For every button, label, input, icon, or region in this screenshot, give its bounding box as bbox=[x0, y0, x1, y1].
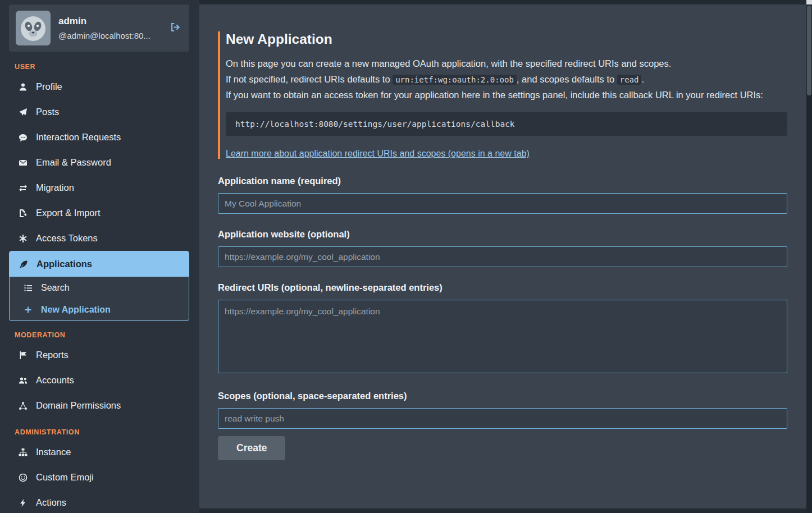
learn-more-link[interactable]: Learn more about application redirect UR… bbox=[226, 149, 530, 158]
application-name-label: Application name (required) bbox=[218, 176, 787, 186]
sidebar-item-label: Migration bbox=[36, 182, 74, 193]
intro-line-2: If not specified, redirect URIs defaults… bbox=[226, 72, 787, 86]
users-icon bbox=[18, 376, 28, 385]
sidebar-item-actions[interactable]: Actions bbox=[9, 490, 189, 513]
sidebar-item-export-import[interactable]: Export & Import bbox=[9, 200, 189, 226]
user-name: admin bbox=[58, 16, 150, 27]
sidebar-item-accounts[interactable]: Accounts bbox=[9, 368, 189, 393]
scrollbar-thumb[interactable] bbox=[807, 6, 811, 95]
applications-submenu: Search New Application bbox=[10, 277, 189, 320]
scrollbar[interactable] bbox=[806, 0, 812, 513]
scopes-group: Scopes (optional, space-separated entrie… bbox=[218, 391, 787, 429]
comment-icon bbox=[18, 133, 28, 142]
flag-icon bbox=[18, 351, 28, 360]
sitemap-icon bbox=[18, 448, 28, 457]
smiley-icon bbox=[18, 473, 28, 482]
scrollbar-corner bbox=[806, 0, 812, 4]
intro-line-2-mid: , and scopes defaults to bbox=[517, 74, 617, 84]
list-icon bbox=[23, 283, 33, 292]
intro-line-2-post: . bbox=[641, 74, 644, 84]
create-button[interactable]: Create bbox=[218, 436, 285, 460]
callback-url-block: http://localhost:8080/settings/user/appl… bbox=[226, 112, 787, 136]
sidebar-item-label: Actions bbox=[36, 497, 66, 508]
sidebar-item-label: Instance bbox=[36, 447, 71, 457]
user-handle: @admin@localhost:80... bbox=[58, 31, 150, 40]
application-website-input[interactable] bbox=[218, 246, 787, 267]
scopes-label: Scopes (optional, space-separated entrie… bbox=[218, 391, 787, 401]
sidebar-item-applications[interactable]: Applications bbox=[10, 251, 189, 277]
sidebar-section-user: USER bbox=[15, 63, 189, 71]
envelope-icon bbox=[18, 158, 28, 167]
main-panel: New Application On this page you can cre… bbox=[199, 4, 806, 509]
sidebar-item-reports[interactable]: Reports bbox=[9, 342, 189, 368]
bolt-icon bbox=[18, 498, 28, 507]
sidebar-item-label: Accounts bbox=[36, 375, 74, 386]
intro-line-3: If you want to obtain an access token fo… bbox=[226, 88, 787, 102]
sidebar: admin @admin@localhost:80... USER Profil… bbox=[0, 0, 199, 513]
sidebar-applications-group: Applications Search New Application bbox=[9, 251, 189, 321]
sidebar-item-label: Email & Password bbox=[36, 157, 111, 168]
user-meta: admin @admin@localhost:80... bbox=[58, 16, 150, 40]
sidebar-section-administration: ADMINISTRATION bbox=[15, 428, 189, 436]
sidebar-item-migration[interactable]: Migration bbox=[9, 175, 189, 200]
avatar bbox=[16, 11, 51, 45]
intro-line-1: On this page you can create a new manage… bbox=[226, 57, 787, 71]
inline-code-read: read bbox=[617, 75, 642, 85]
sidebar-item-label: Custom Emoji bbox=[36, 472, 94, 483]
plus-icon bbox=[23, 305, 33, 314]
sidebar-item-new-application[interactable]: New Application bbox=[10, 299, 189, 320]
migration-arrows-icon bbox=[18, 184, 28, 193]
asterisk-icon bbox=[18, 234, 28, 243]
sidebar-item-posts[interactable]: Posts bbox=[9, 99, 189, 125]
user-card: admin @admin@localhost:80... bbox=[9, 4, 189, 52]
sidebar-item-instance[interactable]: Instance bbox=[9, 439, 189, 465]
redirect-uris-textarea[interactable] bbox=[218, 300, 787, 373]
application-name-group: Application name (required) bbox=[218, 176, 787, 214]
sidebar-item-label: Domain Permissions bbox=[36, 400, 121, 411]
network-icon bbox=[18, 401, 28, 410]
inline-code-oob: urn:ietf:wg:oauth:2.0:oob bbox=[393, 75, 517, 85]
sidebar-item-label: New Application bbox=[41, 305, 111, 315]
application-website-label: Application website (optional) bbox=[218, 229, 787, 240]
sidebar-item-label: Access Tokens bbox=[36, 233, 98, 244]
intro-block: New Application On this page you can cre… bbox=[218, 31, 787, 159]
scopes-input[interactable] bbox=[218, 408, 787, 429]
feather-icon bbox=[19, 260, 28, 269]
sidebar-section-moderation: MODERATION bbox=[15, 331, 189, 339]
logout-icon bbox=[170, 22, 180, 35]
file-export-icon bbox=[18, 209, 28, 218]
sidebar-item-label: Search bbox=[41, 283, 70, 293]
sidebar-item-label: Posts bbox=[36, 107, 59, 117]
sidebar-item-custom-emoji[interactable]: Custom Emoji bbox=[9, 465, 189, 490]
application-website-group: Application website (optional) bbox=[218, 229, 787, 267]
sidebar-item-label: Profile bbox=[36, 81, 62, 92]
sidebar-item-label: Reports bbox=[36, 350, 69, 360]
intro-line-2-pre: If not specified, redirect URIs defaults… bbox=[226, 74, 393, 84]
sidebar-item-domain-permissions[interactable]: Domain Permissions bbox=[9, 393, 189, 418]
application-name-input[interactable] bbox=[218, 193, 787, 214]
sidebar-item-label: Export & Import bbox=[36, 208, 101, 218]
user-icon bbox=[18, 83, 28, 91]
sidebar-item-label: Applications bbox=[37, 259, 92, 269]
redirect-uris-group: Redirect URIs (optional, newline-separat… bbox=[218, 282, 787, 375]
sidebar-item-applications-search[interactable]: Search bbox=[10, 277, 189, 299]
sidebar-item-label: Interaction Requests bbox=[36, 132, 121, 143]
sidebar-item-email-password[interactable]: Email & Password bbox=[9, 150, 189, 175]
paper-plane-icon bbox=[18, 108, 28, 117]
sidebar-item-interaction-requests[interactable]: Interaction Requests bbox=[9, 125, 189, 150]
logout-button[interactable] bbox=[167, 20, 183, 37]
page-title: New Application bbox=[226, 31, 787, 47]
sidebar-item-access-tokens[interactable]: Access Tokens bbox=[9, 226, 189, 251]
redirect-uris-label: Redirect URIs (optional, newline-separat… bbox=[218, 282, 787, 293]
sidebar-item-profile[interactable]: Profile bbox=[9, 74, 189, 99]
